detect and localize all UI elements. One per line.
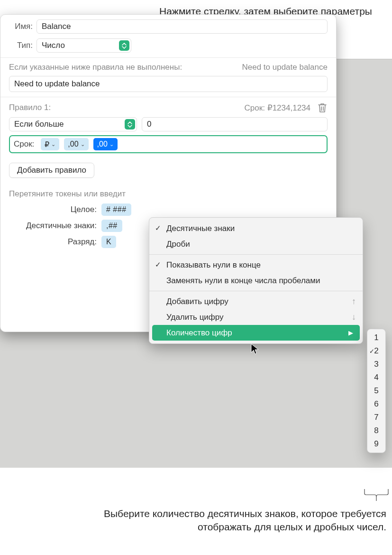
- decimals-token-selected[interactable]: ,00 ⌄: [93, 138, 118, 150]
- check-icon: ✓: [369, 348, 374, 355]
- cursor-icon: [250, 343, 260, 357]
- menu-item-digit-count[interactable]: Количество цифр ▶: [152, 325, 360, 341]
- chevron-right-icon: ▶: [348, 329, 353, 336]
- submenu-option-2[interactable]: ✓2: [367, 344, 385, 358]
- rule1-format-token-row[interactable]: Срок: ₽ ⌄ ,00 ⌄ ,00 ⌄: [9, 135, 328, 153]
- select-stepper-icon: [125, 119, 135, 130]
- check-icon: ✓: [155, 224, 161, 232]
- menu-item-show-trailing-zeros[interactable]: ✓ Показывать нули в конце: [149, 257, 363, 273]
- menu-item-label: Показывать нули в конце: [166, 260, 261, 270]
- type-label: Тип:: [9, 41, 36, 50]
- arrow-down-icon: ↓: [352, 312, 356, 322]
- decimals-token[interactable]: ,00 ⌄: [64, 138, 88, 150]
- rule1-title: Правило 1:: [9, 103, 51, 112]
- chevron-down-icon: ⌄: [51, 141, 55, 148]
- example-scale-token[interactable]: K: [101, 236, 116, 248]
- check-icon: ✓: [155, 260, 161, 269]
- add-rule-button[interactable]: Добавить правило: [9, 163, 94, 178]
- menu-item-label: Количество цифр: [166, 328, 232, 338]
- callout-bracket-icon: [364, 489, 389, 499]
- menu-item-add-digit[interactable]: Добавить цифру ↑: [149, 294, 363, 309]
- menu-item-fractions[interactable]: Дроби: [149, 236, 363, 252]
- decimals-token-selected-text: ,00: [97, 140, 108, 148]
- annotation-bottom: Выберите количество десятичных знаков, к…: [88, 507, 386, 534]
- submenu-option-9[interactable]: 9: [367, 437, 385, 451]
- menu-item-label: Десятичные знаки: [166, 224, 235, 233]
- rule1-token-row-label: Срок:: [14, 139, 36, 149]
- arrow-up-icon: ↑: [352, 296, 356, 306]
- chevron-down-icon: ⌄: [109, 141, 114, 148]
- rules-not-met-input[interactable]: Need to update balance: [9, 76, 328, 92]
- submenu-option-7[interactable]: 7: [367, 411, 385, 424]
- menu-item-label: Заменять нули в конце числа пробелами: [166, 276, 320, 286]
- currency-token-text: ₽: [45, 140, 49, 149]
- select-stepper-icon: [119, 40, 129, 51]
- submenu-option-8[interactable]: 8: [367, 424, 385, 437]
- submenu-option-1[interactable]: 1: [367, 331, 385, 344]
- digit-count-submenu: 1 ✓2 3 4 5 6 7 8 9: [367, 329, 386, 453]
- submenu-option-3[interactable]: 3: [367, 358, 385, 371]
- example-int-token[interactable]: # ###: [101, 204, 131, 216]
- example-dec-label: Десятичные знаки:: [9, 221, 101, 231]
- type-select[interactable]: Число: [36, 38, 131, 53]
- submenu-option-5[interactable]: 5: [367, 384, 385, 398]
- chevron-down-icon: ⌄: [81, 141, 85, 148]
- decimals-token-text: ,00: [68, 140, 78, 148]
- name-label: Имя:: [9, 22, 36, 31]
- rule1-value-input[interactable]: 0: [142, 117, 328, 131]
- submenu-option-6[interactable]: 6: [367, 398, 385, 411]
- menu-item-label: Дроби: [166, 240, 190, 249]
- menu-item-label: Добавить цифру: [166, 297, 228, 306]
- rules-not-met-preview: Need to update balance: [242, 63, 328, 72]
- rules-not-met-label: Если указанные ниже правила не выполнены…: [9, 63, 182, 72]
- menu-item-replace-trailing-spaces[interactable]: Заменять нули в конце числа пробелами: [149, 273, 363, 288]
- menu-item-remove-digit[interactable]: Удалить цифру ↓: [149, 309, 363, 325]
- menu-separator: [149, 291, 363, 291]
- menu-separator: [149, 254, 363, 255]
- rule1-condition-value: Если больше: [14, 120, 64, 129]
- menu-item-label: Удалить цифру: [166, 313, 224, 322]
- type-select-value: Число: [42, 41, 65, 50]
- example-scale-label: Разряд:: [9, 237, 101, 247]
- submenu-option-4[interactable]: 4: [367, 371, 385, 384]
- example-dec-token[interactable]: ,##: [101, 220, 122, 232]
- example-int-label: Целое:: [9, 205, 101, 214]
- rule1-format-preview: Срок: ₽1234,1234: [245, 103, 310, 113]
- currency-token[interactable]: ₽ ⌄: [41, 138, 59, 150]
- drag-tokens-hint: Перетяните токены или введит: [0, 183, 336, 204]
- delete-rule-icon[interactable]: [317, 102, 328, 113]
- menu-item-decimal-signs[interactable]: ✓ Десятичные знаки: [149, 221, 363, 236]
- token-format-menu: ✓ Десятичные знаки Дроби ✓ Показывать ну…: [149, 217, 363, 344]
- rule1-condition-select[interactable]: Если больше: [9, 117, 137, 131]
- name-input[interactable]: Balance: [36, 19, 328, 34]
